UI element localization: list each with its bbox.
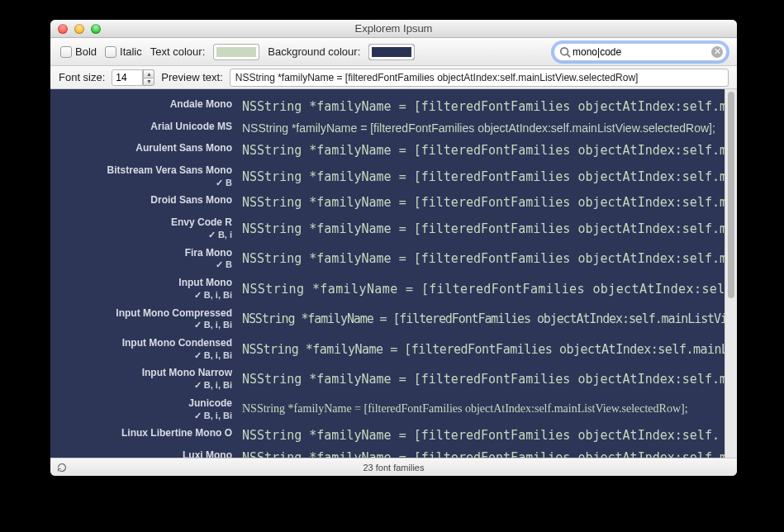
font-preview: NSString *familyName = [filteredFontFami… bbox=[242, 169, 725, 184]
font-preview: NSString *familyName = [filteredFontFami… bbox=[242, 428, 725, 443]
app-window: Explorem Ipsum Bold Italic Text colour: … bbox=[50, 20, 737, 476]
close-button[interactable] bbox=[58, 24, 68, 34]
font-list[interactable]: Andale Mono NSString *familyName = [filt… bbox=[50, 89, 725, 458]
svg-point-0 bbox=[561, 47, 568, 55]
font-size-stepper: ▲ ▼ bbox=[112, 69, 154, 86]
list-item[interactable]: Luxi Mono NSString *familyName = [filter… bbox=[50, 446, 725, 458]
font-name: Andale Mono bbox=[170, 99, 232, 111]
font-styles: ✓ B, i, Bi bbox=[194, 350, 232, 361]
font-size-down[interactable]: ▼ bbox=[143, 78, 154, 86]
search-input[interactable] bbox=[554, 43, 727, 61]
list-item[interactable]: Input Mono✓ B, i, Bi NSString *familyNam… bbox=[50, 273, 725, 303]
italic-label: Italic bbox=[120, 45, 142, 58]
font-size-label: Font size: bbox=[59, 71, 105, 83]
bold-label: Bold bbox=[75, 45, 97, 58]
font-styles: ✓ B, i, Bi bbox=[194, 290, 232, 301]
font-preview: NSString *familyName = [filteredFontFami… bbox=[242, 221, 725, 236]
font-preview: NSString *familyName = [filteredFontFami… bbox=[242, 311, 725, 326]
list-item[interactable]: Linux Libertine Mono O NSString *familyN… bbox=[50, 424, 725, 446]
list-item[interactable]: Fira Mono✓ B NSString *familyName = [fil… bbox=[50, 244, 725, 273]
font-preview: NSString *familyName = [filteredFontFami… bbox=[242, 121, 725, 135]
font-name: Junicode bbox=[188, 398, 232, 410]
list-item[interactable]: Input Mono Compressed✓ B, i, Bi NSString… bbox=[50, 304, 725, 334]
minimize-button[interactable] bbox=[74, 24, 84, 34]
list-item[interactable]: Aurulent Sans Mono NSString *familyName … bbox=[50, 139, 725, 161]
font-name: Droid Sans Mono bbox=[150, 195, 232, 207]
font-list-wrap: Andale Mono NSString *familyName = [filt… bbox=[50, 89, 737, 458]
font-preview: NSString *familyName = [filteredFontFami… bbox=[242, 195, 725, 210]
text-color-swatch[interactable] bbox=[213, 44, 259, 60]
font-name: Fira Mono bbox=[185, 248, 232, 259]
font-name: Input Mono bbox=[178, 278, 232, 289]
font-name: Input Mono Narrow bbox=[142, 368, 232, 379]
scrollbar-thumb[interactable] bbox=[728, 92, 734, 298]
preview-text-input[interactable] bbox=[230, 69, 729, 87]
font-name: Luxi Mono bbox=[183, 450, 232, 458]
font-preview: NSString *familyName = [filteredFontFami… bbox=[242, 402, 725, 416]
font-styles: ✓ B, i bbox=[208, 230, 232, 240]
refresh-icon[interactable] bbox=[56, 462, 68, 473]
font-name: Input Mono Compressed bbox=[116, 308, 232, 320]
font-styles: ✓ B, i, Bi bbox=[194, 411, 232, 421]
list-item[interactable]: Input Mono Condensed✓ B, i, Bi NSString … bbox=[50, 334, 725, 363]
font-styles: ✓ B, i, Bi bbox=[194, 380, 232, 391]
italic-checkbox[interactable] bbox=[105, 46, 116, 58]
list-item[interactable]: Envy Code R✓ B, i NSString *familyName =… bbox=[50, 213, 725, 243]
titlebar[interactable]: Explorem Ipsum bbox=[50, 20, 737, 38]
toolbar-bottom: Font size: ▲ ▼ Preview text: bbox=[50, 66, 737, 89]
list-item[interactable]: Droid Sans Mono NSString *familyName = [… bbox=[50, 191, 725, 213]
search-field-wrap: ✕ bbox=[554, 43, 727, 61]
search-icon bbox=[559, 46, 571, 58]
list-item[interactable]: Bitstream Vera Sans Mono✓ B NSString *fa… bbox=[50, 161, 725, 191]
font-size-up[interactable]: ▲ bbox=[143, 69, 154, 78]
bg-color-label: Background colour: bbox=[268, 45, 360, 58]
list-item[interactable]: Arial Unicode MS NSString *familyName = … bbox=[50, 117, 725, 139]
list-item[interactable]: Junicode✓ B, i, Bi NSString *familyName … bbox=[50, 394, 725, 424]
list-item[interactable]: Input Mono Narrow✓ B, i, Bi NSString *fa… bbox=[50, 363, 725, 393]
status-text: 23 font families bbox=[363, 463, 425, 473]
font-name: Envy Code R bbox=[171, 217, 232, 229]
font-name: Aurulent Sans Mono bbox=[135, 143, 232, 154]
font-preview: NSString *familyName = [filteredFontFami… bbox=[242, 342, 725, 357]
font-name: Arial Unicode MS bbox=[150, 121, 232, 133]
font-styles: ✓ B bbox=[216, 259, 232, 270]
bold-checkbox[interactable] bbox=[60, 46, 72, 58]
font-styles: ✓ B, i, Bi bbox=[194, 320, 232, 330]
font-preview: NSString *familyName = [filteredFontFami… bbox=[242, 143, 725, 158]
font-preview: NSString *familyName = [filteredFontFami… bbox=[242, 251, 725, 266]
font-preview: NSString *familyName = [filteredFontFami… bbox=[242, 450, 725, 458]
italic-checkbox-wrap[interactable]: Italic bbox=[105, 45, 142, 58]
toolbar-top: Bold Italic Text colour: Background colo… bbox=[50, 38, 737, 66]
statusbar: 23 font families bbox=[50, 458, 737, 476]
font-preview: NSString *familyName = [filteredFontFami… bbox=[242, 282, 725, 297]
font-size-input[interactable] bbox=[112, 69, 143, 86]
window-title: Explorem Ipsum bbox=[50, 22, 737, 35]
clear-search-icon[interactable]: ✕ bbox=[711, 46, 723, 58]
svg-line-1 bbox=[568, 54, 571, 57]
scrollbar[interactable] bbox=[725, 89, 737, 458]
list-item[interactable]: Andale Mono NSString *familyName = [filt… bbox=[50, 89, 725, 117]
font-preview: NSString *familyName = [filteredFontFami… bbox=[242, 99, 725, 114]
zoom-button[interactable] bbox=[91, 24, 101, 34]
font-styles: ✓ B bbox=[216, 178, 232, 188]
bg-color-swatch[interactable] bbox=[368, 44, 415, 60]
font-name: Linux Libertine Mono O bbox=[121, 428, 232, 439]
font-name: Input Mono Condensed bbox=[122, 338, 232, 349]
text-color-label: Text colour: bbox=[150, 45, 205, 58]
font-preview: NSString *familyName = [filteredFontFami… bbox=[242, 372, 725, 387]
font-name: Bitstream Vera Sans Mono bbox=[107, 165, 232, 177]
bold-checkbox-wrap[interactable]: Bold bbox=[60, 45, 97, 58]
preview-text-label: Preview text: bbox=[161, 71, 222, 83]
